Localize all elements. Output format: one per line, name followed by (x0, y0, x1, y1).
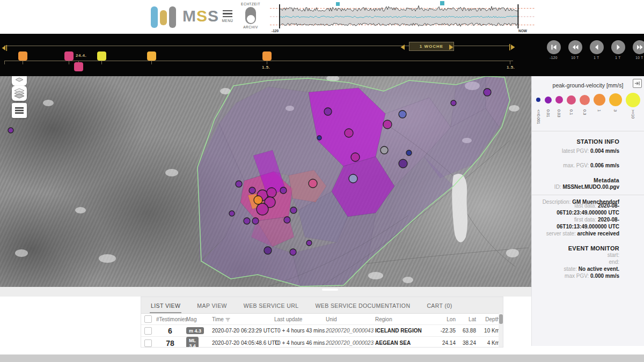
seismo-event-marker (336, 2, 340, 6)
menu-button[interactable]: MENÜ (222, 10, 233, 23)
mss-logo[interactable]: MSS (151, 4, 219, 28)
event-region: AEGEAN SEA (374, 340, 432, 346)
right-sidebar: peak-ground-velocity [mm/s] <=0.0010.010… (531, 76, 644, 346)
station-marker[interactable] (264, 247, 272, 254)
timeline-event-marker[interactable] (262, 51, 272, 61)
station-marker[interactable] (406, 150, 412, 156)
legend-dot (626, 93, 640, 107)
menu-label: MENÜ (222, 19, 233, 23)
window-handle-end[interactable] (509, 43, 516, 53)
svg-text:-120: -120 (272, 29, 279, 33)
station-marker[interactable] (280, 187, 287, 194)
legend-label: >=10 (631, 109, 635, 128)
timeline-bar[interactable]: 24.4.1.5.1.5.1 WOCHE-12010 T1 T1 T10 T (0, 34, 644, 76)
legend-title: peak-ground-velocity [mm/s] (532, 82, 644, 88)
playback-forward-10-button[interactable]: 10 T (631, 40, 644, 60)
map-layers-button[interactable] (12, 86, 27, 101)
legend-label: 0.01 (546, 109, 551, 128)
timeline-event-marker[interactable] (18, 51, 27, 61)
select-all-checkbox[interactable] (144, 315, 152, 323)
map[interactable] (0, 76, 531, 287)
playback-skip-start-button[interactable]: -120 (545, 40, 562, 60)
station-marker[interactable] (306, 240, 312, 246)
realtime-archive-toggle[interactable]: ECHTZEIT ARCHIV (241, 2, 260, 29)
logo-bar-tan (160, 10, 167, 25)
station-marker[interactable] (349, 174, 357, 183)
window-handle-left[interactable] (399, 43, 405, 53)
station-marker[interactable] (309, 179, 317, 188)
legend-label: <=0.001 (536, 109, 541, 128)
latest-pgv-row: latest PGV: 0.004 mm/s (537, 147, 619, 154)
toggle-top-label: ECHTZEIT (241, 2, 260, 6)
event-unid: 20200720_0000043 (325, 328, 374, 334)
seismogram: -120NOW (268, 0, 537, 34)
row-checkbox[interactable] (144, 339, 152, 347)
top-header: MSS MENÜ ECHTZEIT ARCHIV -120NOW (0, 0, 644, 34)
station-marker[interactable] (8, 128, 13, 133)
station-marker[interactable] (249, 187, 255, 194)
resize-handle[interactable] (322, 289, 338, 291)
station-marker[interactable] (284, 217, 290, 223)
timeline-event-marker[interactable] (64, 51, 74, 61)
window-handle-right[interactable] (449, 43, 455, 53)
station-info-section: STATION INFO latest PGV: 0.004 mm/s max.… (532, 131, 644, 195)
playback-step-back-button[interactable]: 1 T (588, 40, 605, 60)
data-state-section: last data: 2020-08-06T10:23:49.000000 UT… (532, 195, 644, 279)
tab-cart-0[interactable]: CART (0) (426, 302, 453, 313)
legend-dot (609, 93, 622, 106)
station-marker[interactable] (484, 88, 491, 96)
legend-item: 0.03 (555, 92, 563, 128)
toggle-pill[interactable] (245, 7, 256, 24)
map-svg-container (0, 76, 531, 287)
station-marker[interactable] (317, 136, 321, 140)
legend-item: 3 (609, 92, 622, 128)
legend-item: 1 (594, 92, 605, 128)
arrow-to-bar-icon (634, 80, 640, 86)
scrollbar-thumb[interactable] (499, 314, 503, 324)
toggle-knob (247, 15, 255, 23)
sidebar-expand-button[interactable] (633, 79, 642, 88)
station-marker[interactable] (399, 110, 406, 118)
station-marker[interactable] (254, 196, 262, 204)
week-window-label[interactable]: 1 WOCHE (409, 42, 454, 51)
event-time: 2020-07-20 06:23:29 UTC (211, 328, 273, 334)
station-marker[interactable] (351, 153, 360, 161)
station-marker[interactable] (229, 211, 235, 216)
window-handle-start[interactable] (1, 43, 8, 53)
legend-item: 0.3 (580, 92, 590, 128)
map-menu-button[interactable] (12, 103, 27, 118)
timeline-event-marker[interactable] (74, 62, 83, 71)
row-checkbox[interactable] (144, 327, 152, 335)
station-marker[interactable] (399, 159, 407, 168)
station-marker[interactable] (380, 146, 388, 154)
event-lon: -22.35 (432, 328, 457, 334)
event-row[interactable]: 6 m 4.3 2020-07-20 06:23:29 UTC T0 + 4 h… (141, 325, 503, 337)
station-marker[interactable] (290, 249, 296, 255)
timeline-event-marker[interactable] (147, 51, 156, 61)
station-marker[interactable] (252, 218, 259, 224)
tab-web-service-documentation[interactable]: WEB SERVICE DOCUMENTATION (314, 302, 412, 313)
panel-scrollbar[interactable] (499, 313, 503, 348)
playback-step-forward-button[interactable]: 1 T (609, 40, 627, 60)
station-marker[interactable] (345, 129, 353, 137)
playback-rewind-10-button[interactable]: 10 T (566, 40, 584, 60)
station-marker[interactable] (290, 207, 297, 213)
testimonies-count: 78 (155, 339, 185, 348)
magnitude-badge: m 4.3 (186, 327, 204, 334)
station-marker[interactable] (383, 120, 392, 129)
station-marker[interactable] (267, 188, 276, 197)
tab-map-view[interactable]: MAP VIEW (196, 302, 228, 313)
station-marker[interactable] (257, 203, 268, 215)
max-pgv-row: max. PGV: 0.006 mm/s (537, 162, 619, 169)
tab-list-view[interactable]: LIST VIEW (150, 302, 181, 313)
event-row[interactable]: 78 ML3.4 2020-07-20 04:05:48.6 UTC T0 + … (141, 337, 503, 348)
tab-web-service-url[interactable]: WEB SERVICE URL (243, 302, 300, 313)
station-marker[interactable] (451, 100, 456, 106)
legend-dot (536, 98, 540, 102)
station-marker[interactable] (324, 108, 332, 115)
station-marker[interactable] (236, 181, 242, 187)
legend-label: 1 (597, 109, 602, 128)
station-marker[interactable] (244, 218, 250, 224)
timeline-event-marker[interactable] (97, 51, 106, 61)
map-layers-button-top[interactable] (12, 76, 27, 86)
